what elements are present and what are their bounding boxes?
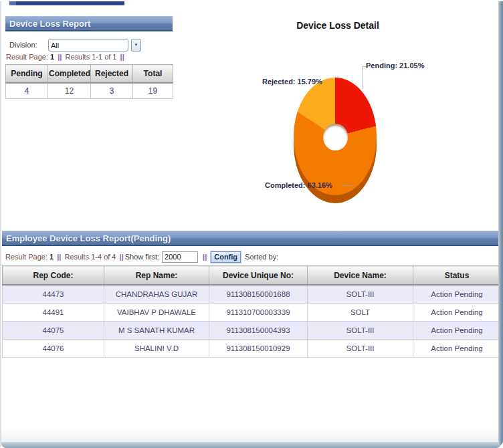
table-cell: Action Pending bbox=[413, 340, 501, 358]
results-count: Results 1-4 of 4 bbox=[64, 253, 116, 261]
window-bottom-border bbox=[1, 442, 501, 448]
table-cell: 44076 bbox=[3, 340, 104, 358]
table-row: 44473CHANDRAHAS GUJAR911308150001688SOLT… bbox=[3, 285, 501, 304]
division-row: Division: ▼ bbox=[5, 38, 173, 51]
table-row: 44491VAIBHAV P DHAWALE911310700003339SOL… bbox=[3, 304, 501, 322]
separator: || bbox=[56, 253, 62, 261]
summary-value-pending: 4 bbox=[6, 83, 48, 99]
col-header-status: Status bbox=[413, 266, 501, 286]
summary-value-completed: 12 bbox=[48, 83, 91, 99]
table-cell: 44075 bbox=[3, 322, 104, 340]
sorted-by-label: Sorted by: bbox=[245, 253, 278, 261]
summary-header-total: Total bbox=[133, 65, 173, 84]
summary-value-total: 19 bbox=[133, 83, 173, 99]
table-cell: SOLT bbox=[308, 304, 413, 322]
report-page: Device Loss Report Division: ▼ Result Pa… bbox=[0, 0, 503, 448]
results-count: Results 1-1 of 1 bbox=[65, 53, 116, 61]
result-page-label: Result Page: bbox=[5, 253, 47, 261]
division-dropdown-button[interactable]: ▼ bbox=[131, 39, 141, 51]
show-first-input[interactable] bbox=[162, 251, 198, 263]
table-cell: 911310700003339 bbox=[209, 304, 308, 322]
employee-report-header: Employee Device Loss Report(Pending) bbox=[2, 231, 501, 246]
separator: || bbox=[56, 53, 63, 61]
result-line: Result Page: 1 || Results 1-4 of 4 || bbox=[5, 253, 125, 261]
callout-line-pending bbox=[362, 66, 367, 89]
employee-table: Rep Code: Rep Name: Device Unique No: De… bbox=[2, 265, 501, 358]
table-cell: SOLT-III bbox=[308, 340, 413, 358]
summary-header-row: Pending Completed Rejected Total bbox=[6, 65, 173, 84]
table-cell: SOLT-III bbox=[308, 285, 413, 304]
summary-table: Pending Completed Rejected Total 4 12 3 … bbox=[5, 64, 173, 99]
device-loss-report-header: Device Loss Report bbox=[5, 16, 173, 31]
table-cell: M S SANATH KUMAR bbox=[104, 322, 209, 340]
separator: || bbox=[119, 53, 126, 61]
table-row: 44076SHALINI V.D911308150010929SOLT-IIIA… bbox=[3, 340, 501, 358]
top-accent-bar bbox=[9, 1, 124, 5]
callout-line-completed bbox=[342, 185, 353, 186]
table-cell: Action Pending bbox=[413, 304, 501, 322]
col-header-device-unique-no: Device Unique No: bbox=[209, 266, 308, 286]
summary-header-rejected: Rejected bbox=[91, 65, 133, 84]
table-cell: 44473 bbox=[3, 285, 104, 304]
config-button[interactable]: Config bbox=[211, 251, 241, 263]
table-cell: 911308150010929 bbox=[209, 340, 308, 358]
result-page-number: 1 bbox=[50, 53, 54, 61]
summary-value-rejected: 3 bbox=[91, 83, 133, 99]
pie-label-pending: Pending: 21.05% bbox=[366, 62, 424, 70]
employee-report-controls: Result Page: 1 || Results 1-4 of 4 || Sh… bbox=[5, 250, 278, 263]
chart-title: Device Loss Detail bbox=[237, 20, 438, 31]
table-row: 44075M S SANATH KUMAR911308150004393SOLT… bbox=[3, 322, 501, 340]
employee-table-header-row: Rep Code: Rep Name: Device Unique No: De… bbox=[3, 266, 501, 286]
show-first-label: Show first: bbox=[125, 253, 159, 261]
pie-label-rejected: Rejected: 15.79% bbox=[262, 78, 322, 86]
table-cell: CHANDRAHAS GUJAR bbox=[104, 285, 209, 304]
summary-header-completed: Completed bbox=[48, 65, 91, 84]
summary-value-row: 4 12 3 19 bbox=[6, 83, 173, 99]
window-right-border bbox=[498, 1, 503, 445]
window-left-border bbox=[0, 1, 1, 447]
summary-header-pending: Pending bbox=[6, 65, 48, 84]
result-line: Result Page: 1 || Results 1-1 of 1 || bbox=[6, 53, 126, 61]
table-cell: 44491 bbox=[3, 304, 104, 322]
result-page-label: Result Page: bbox=[6, 53, 48, 61]
table-cell: Action Pending bbox=[413, 285, 501, 304]
col-header-device-name: Device Name: bbox=[308, 266, 413, 286]
table-cell: 911308150001688 bbox=[209, 285, 308, 304]
table-cell: VAIBHAV P DHAWALE bbox=[104, 304, 209, 322]
result-page-number: 1 bbox=[49, 253, 54, 261]
table-cell: Action Pending bbox=[413, 322, 501, 340]
separator: || bbox=[118, 253, 125, 261]
chevron-down-icon: ▼ bbox=[134, 43, 138, 47]
col-header-rep-name: Rep Name: bbox=[104, 266, 209, 286]
division-label: Division: bbox=[9, 41, 37, 49]
col-header-rep-code: Rep Code: bbox=[3, 266, 104, 286]
pie-chart-hole bbox=[323, 124, 348, 150]
division-input[interactable] bbox=[48, 39, 128, 51]
table-cell: SHALINI V.D bbox=[104, 340, 209, 358]
table-cell: 911308150004393 bbox=[209, 322, 308, 340]
separator: || bbox=[201, 253, 208, 261]
table-cell: SOLT-III bbox=[308, 322, 413, 340]
window-bottom-fade bbox=[1, 428, 498, 443]
pie-label-completed: Completed: 63.16% bbox=[265, 181, 332, 189]
